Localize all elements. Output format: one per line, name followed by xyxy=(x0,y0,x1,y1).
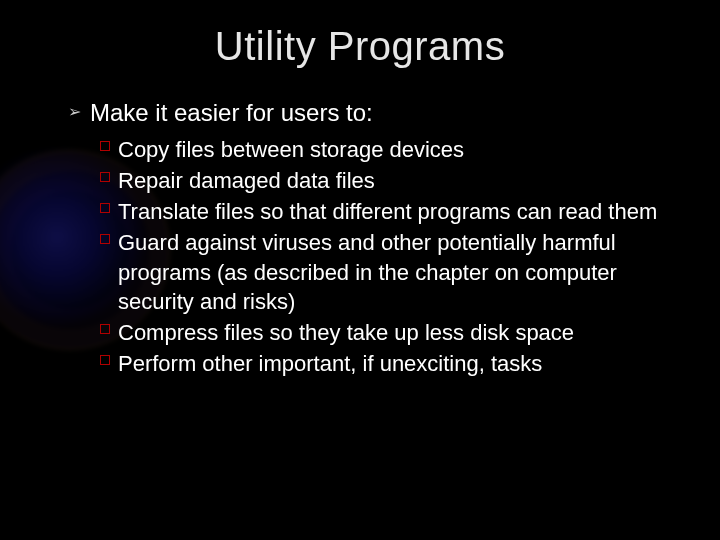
square-bullet-icon xyxy=(100,355,110,365)
level2-text: Copy files between storage devices xyxy=(118,137,464,162)
bullet-level-2: Copy files between storage devices Repai… xyxy=(100,135,680,377)
level2-text: Repair damaged data files xyxy=(118,168,375,193)
level2-item: Translate files so that different progra… xyxy=(100,197,680,226)
level2-item: Guard against viruses and other potentia… xyxy=(100,228,680,315)
square-bullet-icon xyxy=(100,141,110,151)
square-bullet-icon xyxy=(100,324,110,334)
slide-title: Utility Programs xyxy=(40,24,680,69)
slide: Utility Programs ➢ Make it easier for us… xyxy=(0,0,720,540)
level1-item: ➢ Make it easier for users to: xyxy=(68,97,680,129)
square-bullet-icon xyxy=(100,203,110,213)
level2-item: Compress files so they take up less disk… xyxy=(100,318,680,347)
level1-text: Make it easier for users to: xyxy=(90,99,373,126)
level2-text: Translate files so that different progra… xyxy=(118,199,657,224)
square-bullet-icon xyxy=(100,234,110,244)
level2-item: Repair damaged data files xyxy=(100,166,680,195)
level2-item: Copy files between storage devices xyxy=(100,135,680,164)
level2-text: Compress files so they take up less disk… xyxy=(118,320,574,345)
level2-item: Perform other important, if unexciting, … xyxy=(100,349,680,378)
level2-text: Perform other important, if unexciting, … xyxy=(118,351,542,376)
level2-text: Guard against viruses and other potentia… xyxy=(118,230,617,313)
arrow-bullet-icon: ➢ xyxy=(68,101,81,123)
square-bullet-icon xyxy=(100,172,110,182)
bullet-level-1: ➢ Make it easier for users to: xyxy=(68,97,680,129)
